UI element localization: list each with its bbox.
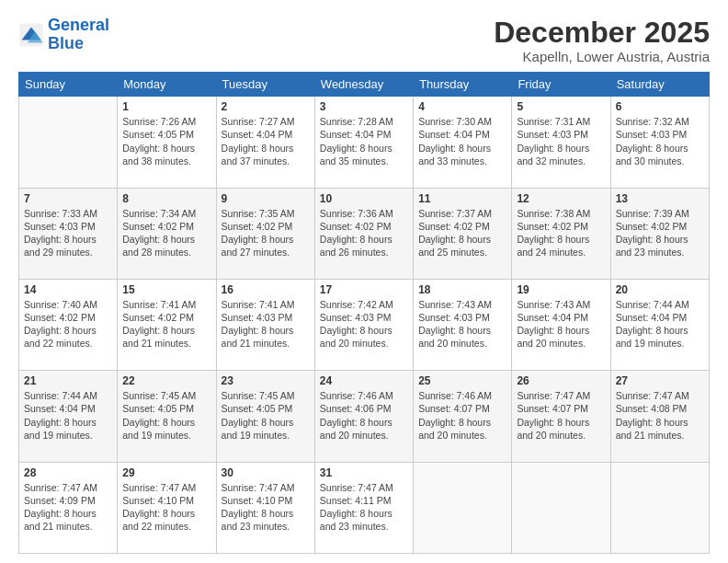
- header-friday: Friday: [512, 73, 610, 97]
- day-info: Sunrise: 7:30 AM Sunset: 4:04 PM Dayligh…: [418, 115, 506, 167]
- day-number: 16: [222, 283, 310, 296]
- table-row: [610, 462, 709, 553]
- calendar-week-4: 21Sunrise: 7:44 AM Sunset: 4:04 PM Dayli…: [19, 371, 710, 462]
- table-row: 31Sunrise: 7:47 AM Sunset: 4:11 PM Dayli…: [314, 462, 413, 553]
- day-number: 12: [517, 192, 605, 205]
- page: General Blue December 2025 Kapelln, Lowe…: [0, 0, 728, 563]
- day-number: 26: [517, 374, 605, 387]
- header-thursday: Thursday: [414, 73, 512, 97]
- table-row: 11Sunrise: 7:37 AM Sunset: 4:02 PM Dayli…: [414, 188, 512, 279]
- table-row: [19, 97, 118, 188]
- day-info: Sunrise: 7:41 AM Sunset: 4:02 PM Dayligh…: [122, 298, 210, 350]
- table-row: 21Sunrise: 7:44 AM Sunset: 4:04 PM Dayli…: [19, 371, 118, 462]
- calendar-week-3: 14Sunrise: 7:40 AM Sunset: 4:02 PM Dayli…: [19, 279, 710, 370]
- day-number: 22: [122, 374, 210, 387]
- day-info: Sunrise: 7:47 AM Sunset: 4:10 PM Dayligh…: [222, 481, 310, 534]
- header-tuesday: Tuesday: [216, 73, 314, 97]
- table-row: [512, 462, 610, 553]
- day-number: 11: [418, 192, 506, 205]
- day-number: 31: [320, 466, 408, 479]
- logo-line2: Blue: [48, 34, 84, 52]
- day-number: 14: [24, 283, 112, 296]
- title-section: December 2025 Kapelln, Lower Austria, Au…: [494, 17, 710, 64]
- day-info: Sunrise: 7:38 AM Sunset: 4:02 PM Dayligh…: [517, 207, 605, 259]
- day-info: Sunrise: 7:40 AM Sunset: 4:02 PM Dayligh…: [24, 298, 112, 350]
- day-number: 10: [320, 192, 408, 205]
- day-number: 21: [24, 374, 112, 387]
- table-row: [414, 462, 512, 553]
- day-number: 2: [222, 100, 310, 113]
- table-row: 19Sunrise: 7:43 AM Sunset: 4:04 PM Dayli…: [512, 279, 610, 370]
- day-info: Sunrise: 7:36 AM Sunset: 4:02 PM Dayligh…: [320, 207, 408, 259]
- table-row: 6Sunrise: 7:32 AM Sunset: 4:03 PM Daylig…: [610, 97, 709, 188]
- calendar-header-row: Sunday Monday Tuesday Wednesday Thursday…: [19, 73, 710, 97]
- day-info: Sunrise: 7:44 AM Sunset: 4:04 PM Dayligh…: [616, 298, 704, 350]
- table-row: 12Sunrise: 7:38 AM Sunset: 4:02 PM Dayli…: [512, 188, 610, 279]
- table-row: 29Sunrise: 7:47 AM Sunset: 4:10 PM Dayli…: [118, 462, 216, 553]
- table-row: 1Sunrise: 7:26 AM Sunset: 4:05 PM Daylig…: [118, 97, 216, 188]
- table-row: 20Sunrise: 7:44 AM Sunset: 4:04 PM Dayli…: [610, 279, 709, 370]
- calendar: Sunday Monday Tuesday Wednesday Thursday…: [18, 72, 710, 554]
- day-number: 5: [517, 100, 605, 113]
- day-number: 3: [320, 100, 408, 113]
- table-row: 8Sunrise: 7:34 AM Sunset: 4:02 PM Daylig…: [118, 188, 216, 279]
- day-number: 24: [320, 374, 408, 387]
- day-info: Sunrise: 7:42 AM Sunset: 4:03 PM Dayligh…: [320, 298, 408, 350]
- day-info: Sunrise: 7:44 AM Sunset: 4:04 PM Dayligh…: [24, 389, 112, 442]
- header: General Blue December 2025 Kapelln, Lowe…: [18, 17, 710, 64]
- day-info: Sunrise: 7:47 AM Sunset: 4:10 PM Dayligh…: [122, 481, 210, 534]
- day-number: 13: [616, 192, 704, 205]
- day-info: Sunrise: 7:33 AM Sunset: 4:03 PM Dayligh…: [24, 207, 112, 259]
- day-info: Sunrise: 7:46 AM Sunset: 4:06 PM Dayligh…: [320, 389, 408, 442]
- logo-text: General Blue: [48, 17, 109, 53]
- day-info: Sunrise: 7:26 AM Sunset: 4:05 PM Dayligh…: [122, 115, 210, 167]
- month-title: December 2025: [494, 17, 710, 49]
- day-number: 28: [24, 466, 112, 479]
- day-info: Sunrise: 7:47 AM Sunset: 4:08 PM Dayligh…: [616, 389, 704, 442]
- table-row: 4Sunrise: 7:30 AM Sunset: 4:04 PM Daylig…: [414, 97, 512, 188]
- table-row: 17Sunrise: 7:42 AM Sunset: 4:03 PM Dayli…: [314, 279, 413, 370]
- day-number: 27: [616, 374, 704, 387]
- logo-icon: [18, 22, 44, 48]
- table-row: 7Sunrise: 7:33 AM Sunset: 4:03 PM Daylig…: [19, 188, 118, 279]
- day-number: 9: [222, 192, 310, 205]
- day-info: Sunrise: 7:39 AM Sunset: 4:02 PM Dayligh…: [616, 207, 704, 259]
- table-row: 13Sunrise: 7:39 AM Sunset: 4:02 PM Dayli…: [610, 188, 709, 279]
- logo: General Blue: [18, 17, 109, 53]
- table-row: 23Sunrise: 7:45 AM Sunset: 4:05 PM Dayli…: [216, 371, 314, 462]
- calendar-week-1: 1Sunrise: 7:26 AM Sunset: 4:05 PM Daylig…: [19, 97, 710, 188]
- table-row: 27Sunrise: 7:47 AM Sunset: 4:08 PM Dayli…: [610, 371, 709, 462]
- day-info: Sunrise: 7:31 AM Sunset: 4:03 PM Dayligh…: [517, 115, 605, 167]
- calendar-week-2: 7Sunrise: 7:33 AM Sunset: 4:03 PM Daylig…: [19, 188, 710, 279]
- day-info: Sunrise: 7:45 AM Sunset: 4:05 PM Dayligh…: [222, 389, 310, 442]
- header-wednesday: Wednesday: [314, 73, 413, 97]
- day-number: 19: [517, 283, 605, 296]
- day-number: 20: [616, 283, 704, 296]
- table-row: 26Sunrise: 7:47 AM Sunset: 4:07 PM Dayli…: [512, 371, 610, 462]
- day-info: Sunrise: 7:28 AM Sunset: 4:04 PM Dayligh…: [320, 115, 408, 167]
- day-info: Sunrise: 7:37 AM Sunset: 4:02 PM Dayligh…: [418, 207, 506, 259]
- calendar-week-5: 28Sunrise: 7:47 AM Sunset: 4:09 PM Dayli…: [19, 462, 710, 553]
- day-info: Sunrise: 7:46 AM Sunset: 4:07 PM Dayligh…: [418, 389, 506, 442]
- table-row: 28Sunrise: 7:47 AM Sunset: 4:09 PM Dayli…: [19, 462, 118, 553]
- table-row: 30Sunrise: 7:47 AM Sunset: 4:10 PM Dayli…: [216, 462, 314, 553]
- day-info: Sunrise: 7:34 AM Sunset: 4:02 PM Dayligh…: [122, 207, 210, 259]
- subtitle: Kapelln, Lower Austria, Austria: [494, 49, 710, 64]
- day-number: 4: [418, 100, 506, 113]
- table-row: 3Sunrise: 7:28 AM Sunset: 4:04 PM Daylig…: [314, 97, 413, 188]
- header-monday: Monday: [118, 73, 216, 97]
- table-row: 22Sunrise: 7:45 AM Sunset: 4:05 PM Dayli…: [118, 371, 216, 462]
- day-info: Sunrise: 7:43 AM Sunset: 4:04 PM Dayligh…: [517, 298, 605, 350]
- table-row: 18Sunrise: 7:43 AM Sunset: 4:03 PM Dayli…: [414, 279, 512, 370]
- day-number: 15: [122, 283, 210, 296]
- day-number: 1: [122, 100, 210, 113]
- day-number: 8: [122, 192, 210, 205]
- table-row: 14Sunrise: 7:40 AM Sunset: 4:02 PM Dayli…: [19, 279, 118, 370]
- table-row: 16Sunrise: 7:41 AM Sunset: 4:03 PM Dayli…: [216, 279, 314, 370]
- day-info: Sunrise: 7:45 AM Sunset: 4:05 PM Dayligh…: [122, 389, 210, 442]
- day-number: 6: [616, 100, 704, 113]
- day-number: 18: [418, 283, 506, 296]
- table-row: 10Sunrise: 7:36 AM Sunset: 4:02 PM Dayli…: [314, 188, 413, 279]
- table-row: 5Sunrise: 7:31 AM Sunset: 4:03 PM Daylig…: [512, 97, 610, 188]
- logo-line1: General: [48, 16, 109, 34]
